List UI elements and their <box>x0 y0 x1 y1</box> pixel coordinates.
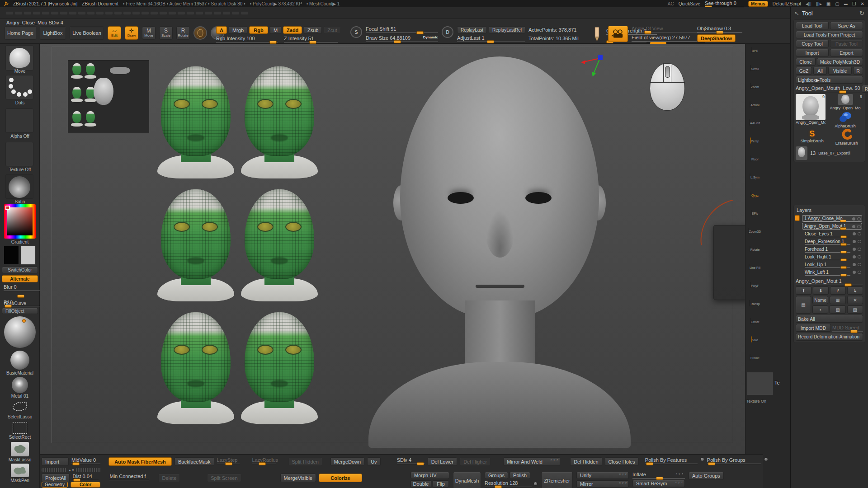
section-header[interactable] <box>793 353 865 361</box>
saturation-square[interactable] <box>7 207 33 235</box>
edit-mode-button[interactable]: ▱Edit <box>108 26 121 40</box>
mirror-and-weld-button[interactable]: Mirror And Weldx y z <box>503 457 560 466</box>
obj-shadow-slider[interactable]: ObjShadow 0.3 <box>697 26 742 33</box>
del-higher-button[interactable]: Del Higher <box>460 457 491 466</box>
shelf-resize-handle[interactable]: ▲▼ <box>42 468 101 472</box>
rotate-mode-button[interactable]: RRotate <box>176 26 190 40</box>
clone-button[interactable]: Clone <box>796 58 816 66</box>
flip-button[interactable]: Flip <box>433 480 449 488</box>
default-zscript-button[interactable]: DefaultZScript <box>773 1 801 6</box>
layer-move-down-button[interactable]: ⬇ <box>813 286 829 295</box>
menu-item[interactable] <box>14 11 23 15</box>
menu-item[interactable] <box>96 11 104 15</box>
menus-toggle-button[interactable]: Menus <box>748 1 768 7</box>
zremesher-button[interactable]: ZRemesher <box>541 472 573 488</box>
menu-item[interactable] <box>87 11 95 15</box>
smart-resym-button[interactable]: Smart ReSymx y z <box>632 480 685 487</box>
sdiv-slider[interactable]: SDiv 4 <box>397 457 425 464</box>
recent-tool-thumbnail[interactable]: 9 Angry_Open_Mo <box>827 94 863 110</box>
field-of-view-slider[interactable]: Field of view(deg) 27.5977 <box>632 35 699 42</box>
section-header[interactable] <box>793 426 865 434</box>
shelf-toggle-button[interactable]: AAHalf <box>748 120 761 125</box>
channel-rgb-button[interactable]: Rgb <box>249 26 268 34</box>
record-deformation-button[interactable]: Record Deformation Animation <box>796 333 863 341</box>
tool-picker-icon[interactable]: ↖ <box>794 10 799 17</box>
menu-item[interactable] <box>159 11 167 15</box>
section-header[interactable] <box>793 369 865 377</box>
layer-row[interactable]: Look_Up 1 <box>803 261 862 268</box>
angle-of-view-slider[interactable]: Angle Of View <box>632 26 699 33</box>
minimize-button[interactable]: ▬ <box>844 2 848 6</box>
section-header[interactable] <box>793 172 865 180</box>
draw-mode-button[interactable]: ✛Draw <box>125 26 138 40</box>
menu-item[interactable] <box>241 11 249 15</box>
project-all-button[interactable]: ProjectAll <box>42 474 70 482</box>
menu-item[interactable] <box>132 11 140 15</box>
mdd-speed-slider[interactable]: MDD Speed <box>832 324 863 332</box>
layer-row[interactable]: Forehead 1 <box>803 246 862 253</box>
resolution-dot-button[interactable] <box>533 482 538 486</box>
base-tool-thumbnail[interactable]: 13 Base_07_Exportii <box>796 146 863 160</box>
tool-r-button[interactable]: R <box>862 85 868 93</box>
menu-item[interactable] <box>195 11 203 15</box>
shelf-toggle-button[interactable]: Actual <box>748 102 761 107</box>
current-texture-thumbnail[interactable] <box>5 142 33 166</box>
import-mdd-button[interactable]: Import MDD <box>796 324 831 332</box>
layer-row[interactable]: Angry_Open_Mout 1 <box>802 223 862 230</box>
menu-item[interactable] <box>150 11 158 15</box>
active-tool-thumbnail[interactable]: 9 Angry_Open_Mo <box>796 94 826 128</box>
layer-move-up-button[interactable]: ⬆ <box>796 286 811 295</box>
export-tool-button[interactable]: Export <box>830 49 863 56</box>
double-button[interactable]: Double <box>410 480 431 488</box>
bake-all-button[interactable]: Bake All <box>796 315 863 323</box>
select-rect-icon[interactable] <box>13 422 27 434</box>
green-head-1[interactable] <box>153 66 239 178</box>
section-header[interactable] <box>793 197 865 205</box>
menu-item[interactable] <box>60 11 68 15</box>
uv-button[interactable]: Uv <box>367 457 380 466</box>
menu-item[interactable] <box>168 11 176 15</box>
dynamesh-button[interactable]: DynaMesh <box>453 472 481 488</box>
resolution-slider[interactable]: Resolution 128 <box>485 480 532 487</box>
menu-item[interactable] <box>141 11 149 15</box>
document-canvas[interactable] <box>40 44 745 454</box>
rgb-intensity-slider[interactable]: Rgb Intensity 100 <box>216 36 278 42</box>
gyro-button[interactable] <box>193 26 207 40</box>
backface-mask-button[interactable]: BackfaceMask <box>175 457 214 466</box>
next-doc-icon[interactable]: |||▸ <box>816 1 822 6</box>
z-intensity-slider[interactable]: Z Intensity 51 <box>284 36 338 42</box>
eraser-brush-thumbnail[interactable]: EraserBrush <box>830 129 863 145</box>
goz-r-button[interactable]: R <box>853 67 863 75</box>
layer-intensity-slider[interactable]: Angry_Open_Mout 1 <box>796 278 863 285</box>
adjust-last-slider[interactable]: AdjustLast 1 <box>457 35 525 42</box>
menu-item[interactable] <box>177 11 185 15</box>
section-header[interactable] <box>793 442 865 450</box>
section-header[interactable] <box>793 410 865 418</box>
main-sculpt-head[interactable] <box>393 56 606 432</box>
section-header[interactable] <box>793 467 865 475</box>
section-header[interactable] <box>793 361 865 369</box>
section-header[interactable] <box>793 394 865 402</box>
layer-row[interactable]: Close_Eyes 1 <box>803 230 862 237</box>
menu-item[interactable] <box>204 11 212 15</box>
material-big-sphere[interactable] <box>4 316 36 348</box>
dynamic-toggle[interactable]: Dynamic <box>423 35 438 39</box>
auto-mask-fibermesh-button[interactable]: Auto Mask FiberMesh <box>108 457 172 466</box>
layer-redo-down-button[interactable]: ↳ <box>847 286 863 295</box>
goz-visible-button[interactable]: Visible <box>828 67 852 75</box>
menu-item[interactable] <box>24 11 32 15</box>
shelf-toggle-button[interactable]: Ghost <box>748 319 761 324</box>
menu-item[interactable] <box>123 11 131 15</box>
mask-lasso-icon[interactable] <box>11 442 29 456</box>
replay-last-rel-button[interactable]: ReplayLastRel <box>489 26 525 33</box>
draw-size-slider[interactable]: Draw Size 64.88109Dynamic <box>366 35 438 42</box>
merge-visible-button[interactable]: MergeVisible <box>280 474 316 482</box>
layer-delete-button[interactable]: ✕ <box>847 296 863 304</box>
mergedown-button[interactable]: MergeDown <box>330 457 364 466</box>
section-header[interactable] <box>793 450 865 459</box>
see-through-slider[interactable]: See-through 0 <box>705 0 744 7</box>
accucurve-button[interactable]: AccuCurve <box>0 301 40 306</box>
close-button[interactable]: ✕ <box>861 1 864 6</box>
menu-item[interactable] <box>114 11 122 15</box>
groups-button[interactable]: Groups <box>485 472 508 479</box>
